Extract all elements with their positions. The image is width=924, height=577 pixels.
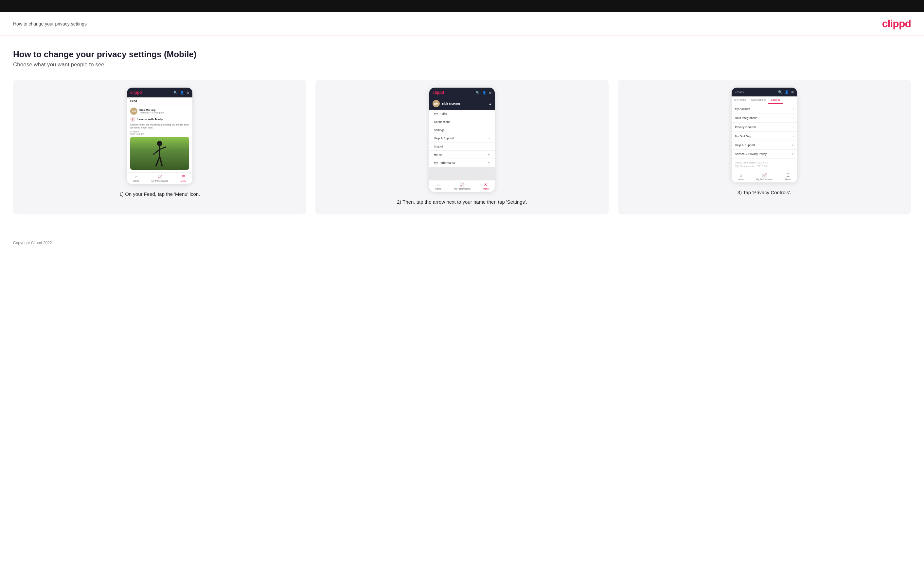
phone-bottom-1: ⌂ Home 📈 My Performance ☰ Menu — [127, 172, 192, 184]
performance-label-3: My Performance — [756, 178, 773, 181]
menu-icon-3: ☰ — [786, 173, 790, 177]
post-desc: Looking to feel like my hands are exitin… — [130, 123, 189, 129]
performance-icon: 📈 — [157, 174, 162, 179]
phone-mockup-3: < Back 🔍 👤 ⊕ My Profile Connections Sett… — [732, 88, 797, 182]
logo: clippd — [882, 18, 911, 30]
external-link-icon: ↗ — [488, 137, 490, 140]
settings-my-account: My Account › — [732, 104, 797, 113]
phone-nav-2: clippd 🔍 👤 ⊕ — [429, 88, 495, 97]
lesson-title: Lesson with Fordy — [137, 118, 163, 121]
menu-item-logout: Logout — [429, 143, 495, 151]
phone-mockup-1: clippd 🔍 👤 ⊕ Feed BM Blair McHarg — [127, 88, 192, 184]
menu-label-2: Menu — [483, 188, 489, 190]
post-icon-row: 🏌 Lesson with Fordy — [130, 117, 189, 122]
chevron-right-icon-2: › — [793, 116, 794, 120]
chevron-right-icon-3: › — [793, 125, 794, 129]
settings-list: My Account › Data Integrations › Privacy… — [732, 104, 797, 158]
bottom-menu-3: ☰ Menu — [785, 173, 791, 181]
golfer-svg — [150, 140, 170, 170]
phone-logo-2: clippd — [433, 90, 444, 95]
home-icon-2: ⌂ — [437, 182, 439, 187]
menu-icon: ☰ — [182, 174, 185, 179]
phone-post: BM Blair McHarg Yesterday · Sunningdale … — [127, 105, 192, 172]
menu-item-connections: Connections — [429, 118, 495, 126]
settings-privacy-controls: Privacy Controls › — [732, 122, 797, 132]
phone-logo-1: clippd — [130, 90, 142, 95]
page-subtitle: Choose what you want people to see — [13, 61, 911, 68]
footer: Copyright Clippd 2022 — [0, 234, 924, 252]
phone-nav-1: clippd 🔍 👤 ⊕ — [127, 88, 192, 97]
copyright-text: Copyright Clippd 2022 — [13, 240, 52, 245]
post-image — [130, 137, 189, 170]
top-bar — [0, 0, 924, 12]
steps-grid: clippd 🔍 👤 ⊕ Feed BM Blair McHarg — [13, 80, 911, 214]
settings-data-integrations: Data Integrations › — [732, 113, 797, 122]
menu-label-3: Menu — [785, 178, 791, 181]
menu-chevron-up: ▲ — [489, 102, 491, 105]
search-icon-2: 🔍 — [476, 91, 480, 95]
back-button: < Back — [735, 90, 744, 94]
user-icon-2: 👤 — [482, 91, 486, 95]
tab-connections: Connections — [749, 97, 768, 104]
bottom-performance-3: 📈 My Performance — [756, 173, 773, 181]
step-2-card: clippd 🔍 👤 ⊕ BM Blair McHarg ▲ — [315, 80, 609, 214]
menu-list: My Profile Connections Settings Help & S… — [429, 110, 495, 167]
step-1-caption: 1) On your Feed, tap the 'Menu' icon. — [120, 190, 200, 197]
menu-label: Menu — [181, 180, 186, 182]
phone-tabs: My Profile Connections Settings — [732, 97, 797, 104]
svg-point-0 — [157, 141, 162, 146]
phone-nav-icons-3: 🔍 👤 ⊕ — [778, 90, 794, 94]
performance-label: My Performance — [152, 180, 168, 182]
menu-user: BM Blair McHarg — [433, 100, 460, 107]
chevron-down-icon: ▼ — [488, 153, 490, 156]
settings-icon: ⊕ — [186, 91, 189, 95]
phone-bottom-2: ⌂ Home 📈 My Performance ✕ Menu — [429, 180, 495, 192]
menu-username: Blair McHarg — [442, 102, 460, 105]
svg-line-5 — [160, 156, 162, 166]
menu-item-home-expand: Home ▼ — [429, 151, 495, 159]
settings-icon-2: ⊕ — [489, 91, 491, 95]
phone-back-bar: < Back 🔍 👤 ⊕ — [732, 88, 797, 97]
post-header: BM Blair McHarg Yesterday · Sunningdale — [130, 108, 189, 115]
bottom-performance-2: 📈 My Performance — [454, 182, 470, 190]
chevron-down-icon-2: ▼ — [488, 161, 490, 164]
performance-icon-2: 📈 — [460, 182, 465, 187]
chevron-right-icon-4: › — [793, 134, 794, 138]
close-icon: ✕ — [484, 182, 487, 187]
post-name: Blair McHarg — [139, 108, 164, 111]
menu-item-performance-expand: My Performance ▼ — [429, 159, 495, 167]
settings-icon-3: ⊕ — [791, 90, 794, 94]
lesson-icon: 🏌 — [130, 117, 136, 122]
user-icon: 👤 — [180, 91, 184, 95]
header-title: How to change your privacy settings — [13, 21, 87, 26]
settings-help-support: Help & Support ↗ — [732, 141, 797, 150]
menu-item-myprofile: My Profile — [429, 110, 495, 118]
header: How to change your privacy settings clip… — [0, 12, 924, 36]
phone-mockup-2: clippd 🔍 👤 ⊕ BM Blair McHarg ▲ — [429, 88, 495, 192]
bottom-close-2: ✕ Menu — [483, 182, 489, 190]
menu-avatar: BM — [433, 100, 440, 107]
settings-privacy-policy: Service & Privacy Policy ↗ — [732, 150, 797, 158]
svg-line-2 — [153, 149, 160, 155]
search-icon-3: 🔍 — [778, 90, 782, 94]
post-avatar: BM — [130, 108, 137, 115]
home-icon-3: ⌂ — [740, 173, 742, 177]
svg-line-3 — [160, 147, 166, 149]
step-1-card: clippd 🔍 👤 ⊕ Feed BM Blair McHarg — [13, 80, 306, 214]
external-link-icon-2: ↗ — [792, 144, 794, 147]
settings-golf-bag: My Golf Bag › — [732, 132, 797, 141]
tab-settings: Settings — [768, 97, 783, 104]
phone-bottom-3: ⌂ Home 📈 My Performance ☰ Menu — [732, 171, 797, 182]
search-icon: 🔍 — [173, 91, 177, 95]
post-duration: Duration 01 hr : 30 min — [130, 131, 189, 135]
menu-item-help: Help & Support ↗ — [429, 134, 495, 143]
post-meta: Yesterday · Sunningdale — [139, 111, 164, 114]
bottom-home-2: ⌂ Home — [436, 182, 442, 190]
bottom-performance-1: 📈 My Performance — [152, 174, 168, 182]
step-3-caption: 3) Tap 'Privacy Controls'. — [738, 189, 792, 196]
phone-nav-icons-1: 🔍 👤 ⊕ — [173, 91, 189, 95]
menu-item-settings: Settings — [429, 126, 495, 134]
performance-label-2: My Performance — [454, 188, 470, 190]
feed-tab: Feed — [127, 97, 192, 105]
performance-icon-3: 📈 — [762, 173, 767, 177]
